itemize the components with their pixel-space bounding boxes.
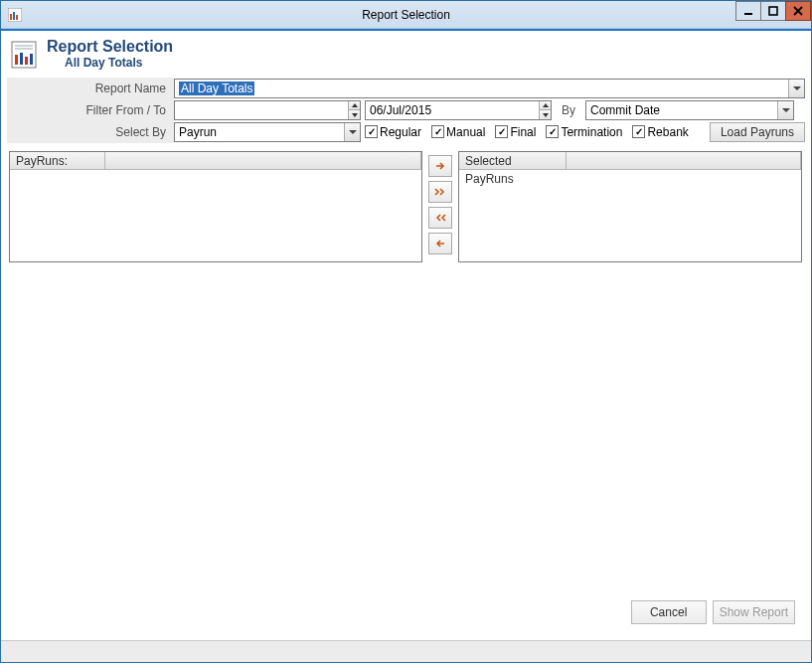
select-by-combo[interactable]: Payrun (174, 122, 361, 142)
checkbox-final[interactable]: ✓ Final (495, 125, 542, 139)
svg-rect-12 (30, 54, 33, 65)
date-to-value: 06/Jul/2015 (366, 103, 539, 117)
label-report-name: Report Name (7, 78, 174, 99)
header-titles: Report Selection All Day Totals (47, 39, 173, 72)
payruns-header-col1[interactable]: PayRuns: (10, 152, 105, 169)
chevron-down-icon[interactable] (788, 80, 804, 97)
arrow-left-icon (434, 238, 446, 249)
label-by: By (556, 103, 581, 117)
window-title: Report Selection (1, 8, 811, 22)
checkbox-final-label: Final (510, 125, 536, 139)
svg-rect-9 (15, 55, 18, 65)
svg-rect-5 (769, 7, 777, 15)
check-icon: ✓ (546, 125, 559, 138)
window-controls (736, 1, 811, 21)
double-arrow-right-icon (434, 186, 446, 198)
transfer-buttons (428, 151, 452, 262)
date-from-input[interactable] (174, 100, 361, 120)
spin-down-icon[interactable] (348, 110, 360, 119)
payruns-list-header: PayRuns: (10, 152, 421, 170)
maximize-button[interactable] (760, 1, 786, 21)
move-all-right-button[interactable] (428, 181, 452, 203)
date-to-spinner[interactable] (539, 101, 551, 119)
move-left-button[interactable] (428, 233, 452, 254)
report-icon (11, 41, 37, 69)
show-report-button: Show Report (713, 600, 795, 624)
row-filter: Filter From / To 06/Jul/2015 (7, 99, 805, 121)
date-from-spinner[interactable] (348, 101, 360, 119)
report-name-combo[interactable]: All Day Totals (174, 79, 805, 98)
footer-buttons: Cancel Show Report (631, 600, 795, 624)
selected-payruns-header: Selected PayRuns (459, 152, 801, 170)
chevron-down-icon[interactable] (344, 123, 360, 141)
double-arrow-left-icon (434, 212, 446, 224)
checkbox-rebank-label: Rebank (647, 125, 688, 139)
checkbox-regular-label: Regular (380, 125, 421, 139)
report-name-value: All Day Totals (179, 82, 254, 95)
selected-payruns-header-col[interactable]: Selected PayRuns (459, 152, 567, 169)
close-button[interactable] (785, 1, 811, 21)
move-right-button[interactable] (428, 155, 452, 177)
cancel-button[interactable]: Cancel (631, 600, 707, 624)
checkbox-manual-label: Manual (446, 125, 485, 139)
page-title: Report Selection (47, 39, 173, 55)
spin-down-icon[interactable] (539, 110, 551, 119)
check-icon: ✓ (632, 125, 645, 138)
minimize-button[interactable] (735, 1, 761, 21)
load-payruns-button[interactable]: Load Payruns (710, 122, 805, 142)
check-icon: ✓ (495, 125, 508, 138)
spin-up-icon[interactable] (539, 101, 551, 111)
payruns-header-col2[interactable] (105, 152, 421, 169)
status-bar (1, 640, 811, 662)
row-report-name: Report Name All Day Totals (7, 78, 805, 99)
chevron-down-icon[interactable] (777, 101, 793, 119)
spin-up-icon[interactable] (348, 101, 360, 111)
checkbox-termination-label: Termination (561, 125, 622, 139)
checkbox-manual[interactable]: ✓ Manual (431, 125, 491, 139)
form: Report Name All Day Totals Filter From /… (7, 78, 805, 143)
checkbox-regular[interactable]: ✓ Regular (365, 125, 427, 139)
page-subtitle: All Day Totals (47, 55, 173, 72)
selected-payruns-list[interactable]: Selected PayRuns (458, 151, 802, 262)
label-select-by: Select By (7, 121, 174, 143)
report-selection-window: Report Selection (0, 0, 812, 663)
titlebar: Report Selection (1, 1, 811, 29)
selected-payruns-header-spacer (567, 152, 801, 169)
select-by-value: Payrun (175, 123, 344, 141)
svg-rect-10 (20, 53, 23, 65)
check-icon: ✓ (431, 125, 444, 138)
date-to-input[interactable]: 06/Jul/2015 (365, 100, 552, 120)
svg-rect-11 (25, 57, 28, 65)
by-combo[interactable]: Commit Date (585, 100, 794, 120)
row-select-by: Select By Payrun ✓ Regular ✓ Manua (7, 121, 805, 143)
check-icon: ✓ (365, 125, 378, 138)
svg-rect-4 (744, 13, 752, 15)
content-area: Report Selection All Day Totals Report N… (1, 31, 811, 640)
payruns-list[interactable]: PayRuns: (9, 151, 422, 262)
label-filter: Filter From / To (7, 99, 174, 121)
checkbox-termination[interactable]: ✓ Termination (546, 125, 628, 139)
lists-area: PayRuns: Select (7, 151, 805, 262)
move-all-left-button[interactable] (428, 207, 452, 229)
arrow-right-icon (434, 160, 446, 172)
checkbox-rebank[interactable]: ✓ Rebank (632, 125, 694, 139)
page-header: Report Selection All Day Totals (7, 37, 805, 78)
by-value: Commit Date (586, 101, 777, 119)
